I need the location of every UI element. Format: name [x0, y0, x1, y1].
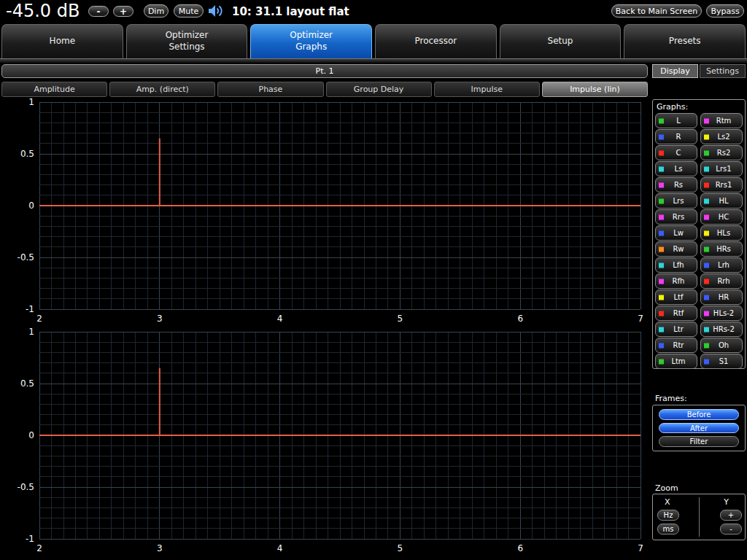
channel-label: Ls [670, 165, 683, 173]
channel-label: Rs2 [713, 149, 731, 157]
graph-tab-group-delay[interactable]: Group Delay [326, 82, 432, 97]
channel-label: Rrs1 [711, 181, 732, 189]
x-axis-tick-label: 7 [638, 543, 643, 553]
channel-color-swatch [659, 279, 664, 284]
channel-label: Lfh [668, 261, 684, 269]
channel-button-hrs-2[interactable]: HRs-2 [700, 322, 743, 337]
zoom-y-axis-label: Y [724, 497, 729, 507]
channel-button-lfh[interactable]: Lfh [655, 257, 697, 273]
channel-button-r[interactable]: R [655, 129, 697, 144]
y-axis-tick-label: 1 [28, 97, 34, 107]
zoom-panel: X Y Hz ms + - [652, 494, 746, 540]
zoom-y-minus-button[interactable]: - [720, 524, 742, 534]
channel-button-rrh[interactable]: Rrh [700, 273, 743, 289]
nav-tab-presets[interactable]: Presets [624, 24, 746, 58]
channel-color-swatch [704, 279, 709, 284]
dim-button[interactable]: Dim [144, 4, 169, 18]
channel-button-ltm[interactable]: Ltm [655, 354, 697, 369]
preset-title: 10: 31.1 layout flat [232, 5, 349, 18]
channel-button-rtr[interactable]: Rtr [655, 338, 697, 353]
nav-tab-bar: HomeOptimizer SettingsOptimizer GraphsPr… [1, 24, 746, 58]
channel-label: Ls2 [713, 133, 729, 141]
nav-tab-optimizer-graphs[interactable]: Optimizer Graphs [250, 24, 372, 58]
back-to-main-screen-button[interactable]: Back to Main Screen [611, 4, 702, 18]
x-axis-tick-label: 6 [517, 543, 523, 553]
frame-button-before[interactable]: Before [659, 409, 739, 420]
graph-tab-impulse-lin[interactable]: Impulse (lin) [542, 82, 648, 97]
zoom-y-plus-button[interactable]: + [720, 510, 742, 521]
impulse-graph-bottom: 10.50-0.5-1234567 [0, 327, 649, 556]
channel-button-hls[interactable]: HLs [700, 225, 743, 241]
y-axis-tick-label: 1 [28, 327, 34, 337]
channel-button-s1[interactable]: S1 [700, 354, 743, 369]
volume-down-button[interactable]: - [88, 6, 109, 17]
x-axis-tick-label: 7 [638, 314, 643, 324]
y-axis-tick-label: -1 [26, 304, 34, 314]
master-volume-readout: -45.0 dB [6, 1, 80, 21]
frame-button-filter[interactable]: Filter [659, 436, 739, 447]
channel-label: R [672, 133, 681, 141]
channel-button-lrs[interactable]: Lrs [655, 193, 697, 209]
volume-up-button[interactable]: + [113, 6, 133, 17]
channel-label: Ltf [669, 293, 683, 301]
zoom-x-ms-button[interactable]: ms [657, 524, 679, 534]
channel-label: HL [714, 197, 728, 205]
channel-label: HLs [713, 229, 730, 237]
channel-button-rfh[interactable]: Rfh [655, 273, 697, 289]
view-tab-display[interactable]: Display [652, 64, 698, 78]
channel-button-hc[interactable]: HC [700, 209, 743, 225]
channel-label: Lrs [669, 197, 684, 205]
channel-button-rtf[interactable]: Rtf [655, 306, 697, 321]
channel-button-ls[interactable]: Ls [655, 161, 697, 176]
graph-tab-phase[interactable]: Phase [217, 82, 323, 97]
nav-tab-home[interactable]: Home [1, 24, 123, 58]
channel-button-lrh[interactable]: Lrh [700, 257, 743, 273]
channel-button-hl[interactable]: HL [700, 193, 743, 209]
channel-button-hr[interactable]: HR [700, 289, 743, 305]
frame-button-after[interactable]: After [659, 423, 739, 434]
nav-tab-processor[interactable]: Processor [375, 24, 497, 58]
channel-color-swatch [704, 246, 709, 252]
nav-tab-setup[interactable]: Setup [500, 24, 622, 58]
channel-button-lrs1[interactable]: Lrs1 [700, 161, 743, 176]
channel-color-swatch [659, 150, 664, 155]
channel-button-rrs1[interactable]: Rrs1 [700, 177, 743, 192]
graph-tab-amplitude[interactable]: Amplitude [1, 82, 107, 97]
channel-button-rs2[interactable]: Rs2 [700, 145, 743, 160]
channel-button-ltf[interactable]: Ltf [655, 289, 697, 305]
x-axis-tick-label: 3 [157, 543, 163, 553]
measurement-point-bar[interactable]: Pt. 1 [1, 64, 648, 78]
channel-button-rs[interactable]: Rs [655, 177, 697, 192]
channel-button-hrs[interactable]: HRs [700, 241, 743, 257]
bypass-button[interactable]: Bypass [706, 4, 744, 18]
graph-tab-impulse[interactable]: Impulse [434, 82, 540, 97]
graph-tab-bar: AmplitudeAmp. (direct)PhaseGroup DelayIm… [1, 82, 648, 97]
channel-button-rrs[interactable]: Rrs [655, 209, 697, 225]
channel-button-ltr[interactable]: Ltr [655, 322, 697, 337]
channel-color-swatch [659, 343, 664, 348]
channel-button-c[interactable]: C [655, 145, 697, 160]
channel-label: Rtf [669, 309, 684, 317]
zoom-x-hz-button[interactable]: Hz [657, 510, 679, 521]
channel-button-hls-2[interactable]: HLs-2 [700, 306, 743, 321]
channel-color-swatch [704, 198, 709, 203]
channel-button-lw[interactable]: Lw [655, 225, 697, 241]
graph-tab-amp-direct[interactable]: Amp. (direct) [109, 82, 215, 97]
channel-button-rw[interactable]: Rw [655, 241, 697, 257]
frames-panel-label: Frames: [655, 394, 687, 403]
channel-label: HRs [712, 245, 731, 253]
channel-color-swatch [659, 327, 664, 332]
channel-button-rtm[interactable]: Rtm [700, 113, 743, 128]
channel-button-oh[interactable]: Oh [700, 338, 743, 353]
view-tab-settings[interactable]: Settings [700, 64, 746, 78]
channel-button-l[interactable]: L [655, 113, 697, 128]
nav-tab-optimizer-settings[interactable]: Optimizer Settings [126, 24, 248, 58]
channel-color-swatch [704, 166, 709, 171]
x-axis-tick-label: 5 [398, 543, 403, 553]
channel-color-swatch [659, 359, 664, 364]
channel-label: Lrh [713, 261, 729, 269]
mute-button[interactable]: Mute [174, 4, 204, 18]
channel-button-ls2[interactable]: Ls2 [700, 129, 743, 144]
channel-color-swatch [704, 343, 709, 348]
nav-tab-bar-strip [0, 58, 747, 63]
